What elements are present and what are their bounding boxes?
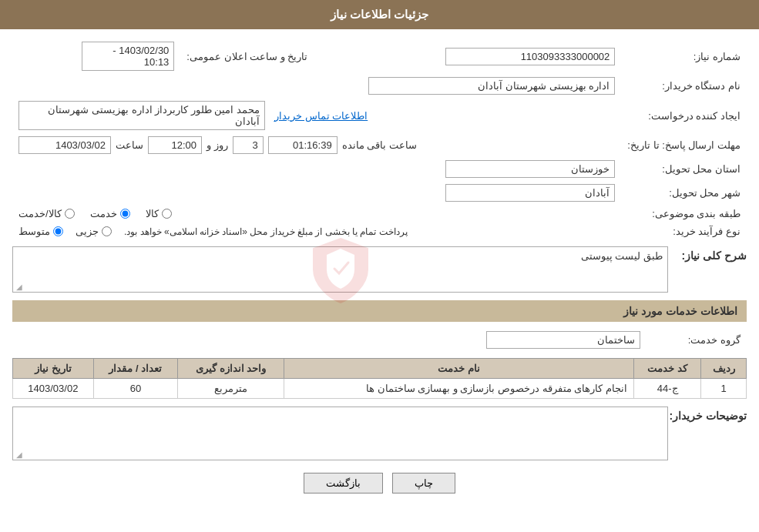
shrh-box: طبق لیست پیوستی ◢ — [12, 246, 668, 293]
city-value: آبادان — [12, 181, 621, 205]
deadline-time-label: ساعت — [116, 139, 143, 151]
col-code: کد خدمت — [633, 359, 700, 379]
col-qty: تعداد / مقدار — [93, 359, 177, 379]
page-wrapper: جزئیات اطلاعات نیاز شماره نیاز: 11030933… — [0, 0, 759, 532]
resize-handle[interactable]: ◢ — [15, 283, 22, 290]
deadline-date-input[interactable]: 1403/03/02 — [18, 136, 111, 154]
table-row: شهر محل تحویل: آبادان — [12, 181, 747, 205]
table-row: نوع فرآیند خرید: پرداخت تمام یا بخشی از … — [12, 223, 747, 240]
requester-label: ایجاد کننده درخواست: — [621, 98, 747, 133]
deadline-remaining-label: ساعت باقی مانده — [342, 139, 417, 151]
shrh-box-wrapper: طبق لیست پیوستی ◢ — [12, 246, 668, 293]
city-input[interactable]: آبادان — [445, 184, 615, 202]
cell-date: 1403/03/02 — [13, 379, 94, 399]
page-title: جزئیات اطلاعات نیاز — [331, 8, 428, 21]
buyer-notes-section: توضیحات خریدار: ◢ — [12, 407, 747, 460]
resize-handle-notes[interactable]: ◢ — [15, 450, 22, 458]
buyer-org-input[interactable]: اداره بهزیستی شهرستان آبادان — [368, 77, 615, 95]
purchase-type-row: پرداخت تمام یا بخشی از مبلغ خریداز محل «… — [12, 223, 621, 240]
province-label: استان محل تحویل: — [621, 157, 747, 181]
deadline-time-input[interactable]: 12:00 — [148, 136, 202, 154]
group-service-table: گروه خدمت: ساختمان — [12, 328, 747, 352]
category-kala-khadamat-radio[interactable] — [65, 209, 75, 219]
cell-code: ج-44 — [633, 379, 700, 399]
province-value: خوزستان — [12, 157, 621, 181]
table-row: استان محل تحویل: خوزستان — [12, 157, 747, 181]
back-button[interactable]: بازگشت — [304, 473, 383, 494]
col-name: نام خدمت — [284, 359, 634, 379]
category-kala-radio[interactable] — [162, 209, 172, 219]
purchase-jozyi-label: جزیی — [76, 226, 99, 237]
table-row: نام دستگاه خریدار: اداره بهزیستی شهرستان… — [12, 74, 747, 98]
shrh-label: شرح کلی نیاز: — [677, 249, 747, 262]
table-row: گروه خدمت: ساختمان — [12, 328, 747, 352]
table-row: مهلت ارسال پاسخ: تا تاریخ: 1403/03/02 سا… — [12, 133, 747, 157]
need-number-value: 1103093333000002 — [329, 38, 621, 74]
category-kala-label: کالا — [146, 208, 159, 219]
watermark-shield — [310, 235, 371, 304]
city-label: شهر محل تحویل: — [621, 181, 747, 205]
requester-value: محمد امین طلور کاربرداز اداره بهزیستی شه… — [12, 98, 621, 133]
deadline-label: مهلت ارسال پاسخ: تا تاریخ: — [621, 133, 747, 157]
category-kala-khadamat-label: کالا/خدمت — [18, 208, 62, 219]
purchase-motavasset-label: متوسط — [18, 226, 50, 237]
category-khadamat-label: خدمت — [90, 208, 117, 219]
requester-input: محمد امین طلور کاربرداز اداره بهزیستی شه… — [18, 101, 265, 130]
purchase-jozyi-radio[interactable] — [102, 226, 112, 236]
table-row: 1 ج-44 انجام کارهای متفرقه درخصوص بازساز… — [13, 379, 747, 399]
col-date: تاریخ نیاز — [13, 359, 94, 379]
announcement-input[interactable]: 1403/02/30 - 10:13 — [82, 42, 174, 71]
category-label: طبقه بندی موضوعی: — [621, 205, 747, 223]
cell-name: انجام کارهای متفرقه درخصوص بازسازی و بهس… — [284, 379, 634, 399]
shrh-section: شرح کلی نیاز: طبق لیست پیوستی ◢ — [12, 246, 747, 293]
cell-rownum: 1 — [701, 379, 747, 399]
table-row: شماره نیاز: 1103093333000002 تاریخ و ساع… — [12, 38, 747, 74]
group-label: گروه خدمت: — [646, 328, 747, 352]
category-kala-option[interactable]: کالا — [146, 208, 172, 219]
col-rownum: ردیف — [701, 359, 747, 379]
purchase-motavasset-radio[interactable] — [53, 226, 63, 236]
info-table: شماره نیاز: 1103093333000002 تاریخ و ساع… — [12, 38, 747, 240]
table-row: ایجاد کننده درخواست: محمد امین طلور کارب… — [12, 98, 747, 133]
province-input[interactable]: خوزستان — [445, 160, 615, 178]
deadline-day-label: روز و — [207, 139, 228, 151]
buyer-notes-box[interactable]: ◢ — [12, 407, 668, 460]
category-khadamat-radio[interactable] — [120, 209, 130, 219]
group-value: ساختمان — [12, 328, 646, 352]
shrh-value: طبق لیست پیوستی — [581, 250, 663, 262]
need-number-input[interactable]: 1103093333000002 — [445, 48, 615, 65]
contact-link[interactable]: اطلاعات تماس خریدار — [274, 110, 368, 122]
main-content: شماره نیاز: 1103093333000002 تاریخ و ساع… — [0, 29, 759, 512]
table-row: طبقه بندی موضوعی: کالا خدمت کالا/خدمت — [12, 205, 747, 223]
page-header: جزئیات اطلاعات نیاز — [0, 0, 759, 29]
services-section-header: اطلاعات خدمات مورد نیاز — [12, 300, 747, 322]
buyer-notes-wrapper: ◢ — [12, 407, 668, 460]
announcement-label: تاریخ و ساعت اعلان عمومی: — [180, 38, 314, 74]
buyer-org-value: اداره بهزیستی شهرستان آبادان — [12, 74, 621, 98]
deadline-row: 1403/03/02 ساعت 12:00 روز و 3 01:16:39 س… — [12, 133, 621, 157]
announcement-value: 1403/02/30 - 10:13 — [12, 38, 180, 74]
buyer-org-label: نام دستگاه خریدار: — [621, 74, 747, 98]
purchase-type-label: نوع فرآیند خرید: — [621, 223, 747, 240]
purchase-type-note: پرداخت تمام یا بخشی از مبلغ خریداز محل «… — [124, 226, 408, 237]
buttons-row: چاپ بازگشت — [12, 473, 747, 494]
category-khadamat-option[interactable]: خدمت — [90, 208, 130, 219]
col-unit: واحد اندازه گیری — [178, 359, 284, 379]
services-table: ردیف کد خدمت نام خدمت واحد اندازه گیری ت… — [12, 358, 747, 399]
services-header-row: ردیف کد خدمت نام خدمت واحد اندازه گیری ت… — [13, 359, 747, 379]
purchase-jozyi-option[interactable]: جزیی — [76, 226, 112, 237]
group-input[interactable]: ساختمان — [486, 331, 640, 349]
cell-qty: 60 — [93, 379, 177, 399]
need-number-label: شماره نیاز: — [621, 38, 747, 74]
cell-unit: مترمربع — [178, 379, 284, 399]
category-kala-khadamat-option[interactable]: کالا/خدمت — [18, 208, 75, 219]
deadline-days-input[interactable]: 3 — [233, 136, 264, 154]
print-button[interactable]: چاپ — [392, 473, 455, 494]
purchase-motavasset-option[interactable]: متوسط — [18, 226, 63, 237]
category-options: کالا خدمت کالا/خدمت — [12, 205, 621, 223]
deadline-remaining-input: 01:16:39 — [268, 136, 338, 154]
buyer-notes-label: توضیحات خریدار: — [677, 410, 747, 422]
